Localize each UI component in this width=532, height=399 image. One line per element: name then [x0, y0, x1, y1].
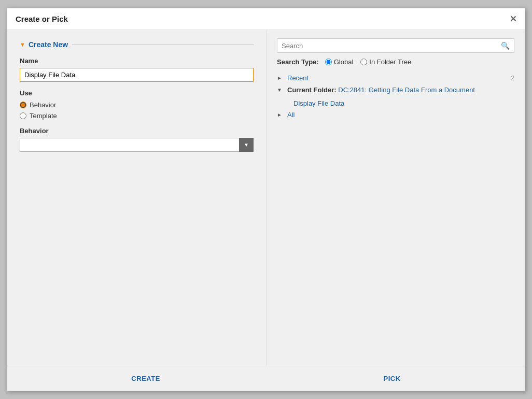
pick-button[interactable]: PICK [384, 375, 401, 382]
behavior-radio-label: Behavior [30, 101, 56, 109]
template-radio-item[interactable]: Template [20, 112, 254, 120]
behavior-dropdown-container: ▼ [20, 138, 254, 152]
create-new-section-header: ▼ Create New [20, 40, 254, 49]
current-folder-children: Display File Data [277, 96, 514, 109]
recent-tree-item[interactable]: ► Recent 2 [277, 72, 514, 84]
current-folder-label: Current Folder: DC:2841: Getting File Da… [287, 86, 475, 94]
global-radio-label: Global [334, 58, 354, 66]
infolder-radio[interactable] [360, 59, 367, 65]
behavior-radio-item[interactable]: Behavior [20, 101, 254, 109]
infolder-radio-item[interactable]: In Folder Tree [360, 58, 411, 66]
name-label: Name [20, 57, 254, 65]
search-type-row: Search Type: Global In Folder Tree [277, 58, 514, 66]
recent-count: 2 [511, 74, 514, 82]
all-toggle-icon: ► [277, 112, 285, 118]
search-icon: 🔍 [501, 41, 510, 50]
section-toggle-icon[interactable]: ▼ [20, 41, 25, 48]
right-panel: 🔍 Search Type: Global In Folder Tree ► R… [267, 30, 525, 366]
dialog-body: ▼ Create New Name Use Behavior Template … [7, 30, 525, 366]
current-folder-toggle-icon: ▼ [277, 87, 285, 93]
use-label: Use [20, 89, 254, 97]
global-radio-item[interactable]: Global [325, 58, 354, 66]
create-new-section-title: Create New [29, 40, 68, 49]
section-divider [72, 45, 254, 45]
tree-section: ► Recent 2 ▼ Current Folder: DC:2841: Ge… [277, 72, 514, 358]
template-radio[interactable] [20, 112, 26, 119]
current-folder-tree-item[interactable]: ▼ Current Folder: DC:2841: Getting File … [277, 84, 514, 96]
recent-toggle-icon: ► [277, 75, 285, 81]
behavior-field-label: Behavior [20, 127, 254, 135]
use-radio-group: Behavior Template [20, 101, 254, 120]
left-panel: ▼ Create New Name Use Behavior Template … [7, 30, 267, 366]
create-or-pick-dialog: Create or Pick ✕ ▼ Create New Name Use B… [7, 8, 525, 391]
all-tree-item[interactable]: ► All [277, 109, 514, 121]
template-radio-label: Template [30, 112, 57, 120]
current-folder-name: DC:2841: Getting File Data From a Docume… [338, 86, 475, 94]
infolder-radio-label: In Folder Tree [369, 58, 411, 66]
recent-label: Recent [287, 74, 507, 82]
all-label: All [287, 111, 514, 119]
dialog-footer: CREATE PICK [7, 366, 525, 391]
close-button[interactable]: ✕ [510, 15, 516, 23]
current-folder-child-item[interactable]: Display File Data [293, 98, 514, 109]
search-input[interactable] [282, 42, 501, 50]
behavior-input[interactable] [20, 138, 239, 152]
global-radio[interactable] [325, 59, 332, 65]
create-button[interactable]: CREATE [131, 375, 160, 382]
chevron-down-icon: ▼ [244, 142, 249, 148]
dialog-header: Create or Pick ✕ [7, 8, 525, 30]
behavior-dropdown-button[interactable]: ▼ [239, 138, 254, 152]
search-bar: 🔍 [277, 38, 514, 53]
behavior-radio[interactable] [20, 102, 26, 108]
search-type-label: Search Type: [277, 58, 319, 66]
name-input[interactable] [20, 68, 254, 82]
dialog-title: Create or Pick [16, 15, 68, 23]
